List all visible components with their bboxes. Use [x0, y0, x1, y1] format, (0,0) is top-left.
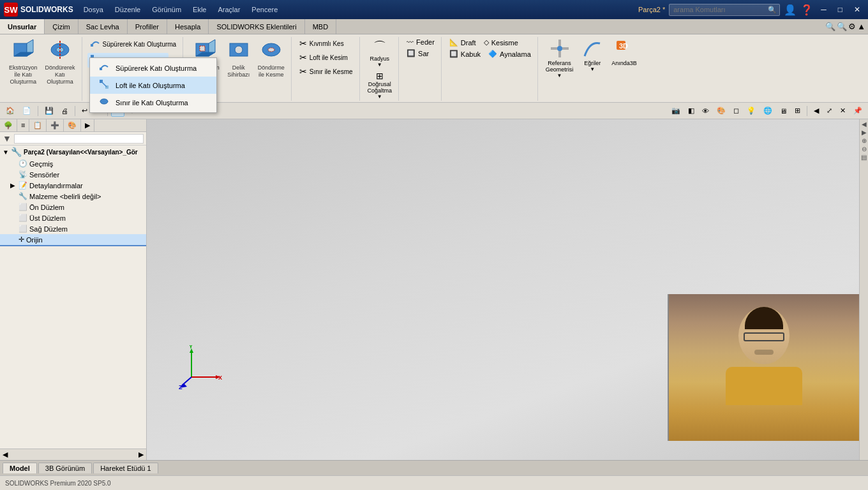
panel-tab-property[interactable]: 📋 [29, 119, 47, 131]
close-button[interactable]: ✕ [850, 4, 864, 15]
fillet-button[interactable]: ⌒ Radyus ▼ [365, 37, 395, 69]
ribbon-search-icon[interactable]: 🔍 [825, 22, 835, 31]
tree-item-front-plane[interactable]: ⬜ Ön Düzlem [0, 202, 146, 212]
tree-item-sensors[interactable]: 📡 Sensörler [0, 169, 146, 180]
bottom-tab-model[interactable]: Model [3, 463, 37, 473]
view-appear-button[interactable]: 🎨 [714, 105, 729, 116]
svg-point-20 [268, 48, 274, 52]
intersect-button[interactable]: ◇ Kesisme [481, 37, 521, 48]
ribbon-group-create-items: Ekstrüzyonİle KatıOluşturma DöndürerekKa… [6, 37, 78, 101]
instant3d-icon: 3D [614, 38, 634, 60]
help-icon[interactable]: ❓ [800, 4, 813, 16]
search-icon[interactable]: 🔍 [765, 4, 779, 15]
ribbon-settings-icon[interactable]: ⚙ [848, 22, 856, 31]
spring-button[interactable]: 〰 Feder [404, 37, 437, 47]
fillet-dropdown[interactable]: ▼ [377, 62, 382, 68]
extrusion-solid-button[interactable]: Ekstrüzyonİle KatıOluşturma [6, 37, 40, 86]
panel-tab-arrow[interactable]: ▶ [81, 119, 94, 131]
curved-cut-button[interactable]: ✂ Kıvrımlı Kes [297, 37, 347, 50]
view-section-button[interactable]: ◻ [730, 105, 742, 116]
view-hide-button[interactable]: 👁 [699, 106, 712, 116]
view-4view-button[interactable]: ⊞ [791, 105, 804, 116]
expand-panel-button[interactable]: ◀ [811, 105, 822, 116]
panel-tab-tree[interactable]: 🌳 [0, 119, 17, 131]
view-display2-button[interactable]: 🖥 [777, 106, 790, 116]
minimize-button[interactable]: ─ [817, 4, 830, 15]
ribbon-collapse-icon[interactable]: ▲ [857, 22, 865, 31]
reference-geometry-dropdown[interactable]: ▼ [557, 73, 562, 78]
save-tb-button[interactable]: 💾 [41, 105, 57, 116]
ribbon-filter-icon[interactable]: 🔍 [837, 22, 847, 31]
menu-ekle[interactable]: Ekle [188, 4, 211, 15]
tree-item-annotations[interactable]: ▶ 📝 Detaylandırmalar [0, 180, 146, 191]
shell-button[interactable]: 🔲 Kabuk [447, 48, 483, 59]
tab-unsurlar[interactable]: Unsurlar [0, 19, 45, 34]
curves-dropdown[interactable]: ▼ [590, 66, 595, 72]
tab-profiller[interactable]: Profiller [128, 19, 167, 34]
maximize-button[interactable]: □ [834, 4, 846, 15]
tree-item-gecmis[interactable]: 🕐 Geçmiş [0, 158, 146, 169]
right-panel-icon2[interactable]: ▶ [862, 129, 867, 136]
mirror-button[interactable]: 🔷 Aynalama [486, 48, 534, 59]
annotations-expand[interactable]: ▶ [10, 182, 17, 189]
panel-tab-list[interactable]: ≡ [17, 119, 29, 131]
search-input[interactable] [670, 4, 765, 15]
new-tb-button[interactable]: 📄 [19, 105, 34, 116]
view-orient-button[interactable]: 📷 [668, 105, 684, 116]
user-icon[interactable]: 👤 [784, 4, 797, 16]
curves-button[interactable]: Eğriler ▼ [578, 37, 606, 73]
tab-mbd[interactable]: MBD [305, 19, 336, 34]
sweep-solid-label: Süpürerek Katı Oluşturma [103, 41, 177, 48]
scroll-right-button[interactable]: ▶ [138, 450, 144, 459]
panel-tab-add[interactable]: ➕ [47, 119, 64, 131]
menu-pencere[interactable]: Pencere [246, 4, 283, 15]
view-options-button[interactable]: ⤢ [823, 105, 835, 116]
view-realview-button[interactable]: 💡 [744, 105, 759, 116]
menu-dosya[interactable]: Dosya [79, 4, 108, 15]
tree-root[interactable]: ▼ 🔧 Parça2 (Varsayılan<<Varsayılan>_Gör [0, 145, 146, 158]
dd-loft-solid[interactable]: Loft ile Katı Oluşturma [90, 77, 216, 94]
pattern-button[interactable]: ⊞ DoğrusalCoğaltma ▼ [365, 70, 395, 101]
view-display-button[interactable]: ◧ [685, 105, 698, 116]
boundary-cut-button[interactable]: ✂ Sınır ile Kesme [297, 65, 355, 78]
revolve-cut-button[interactable]: Döndürmeile Kesme [255, 37, 287, 80]
home-tb-button[interactable]: 🏠 [3, 105, 18, 116]
pattern-dropdown[interactable]: ▼ [377, 94, 382, 100]
right-panel-icon4[interactable]: ⊖ [862, 145, 867, 152]
tree-item-origin[interactable]: ✛ Orijin [0, 234, 146, 246]
loft-cut-button[interactable]: ✂ Loft ile Kesim [297, 51, 350, 64]
hole-wizard-button[interactable]: DelikSihirbazı [225, 37, 253, 80]
tab-solidworks-eklentileri[interactable]: SOLIDWORKS Eklentileri [209, 19, 304, 34]
print-tb-button[interactable]: 🖨 [58, 106, 71, 116]
root-collapse-icon[interactable]: ▼ [3, 149, 9, 156]
instant3d-button[interactable]: 3D Anında3B [609, 37, 640, 68]
filter-input[interactable] [14, 134, 144, 144]
bottom-tab-3d-view[interactable]: 3B Görünüm [38, 463, 92, 473]
revolve-solid-button[interactable]: DöndürerekKatıOluşturma [43, 37, 78, 86]
right-panel-icon1[interactable]: ◀ [862, 121, 867, 128]
close-viewport-button[interactable]: ✕ [837, 105, 849, 116]
sweep-solid-button[interactable]: Süpürerek Katı Oluşturma [87, 37, 179, 52]
tree-item-top-plane[interactable]: ⬜ Üst Düzlem [0, 212, 146, 223]
pin-viewport-button[interactable]: 📌 [850, 105, 865, 116]
right-panel-icon3[interactable]: ⊕ [862, 137, 867, 144]
tree-item-material[interactable]: 🔧 Malzeme <belirli değil> [0, 191, 146, 202]
dd-boundary-solid[interactable]: Sınır ile Katı Oluşturma [90, 94, 216, 111]
dd-sweep-solid[interactable]: Süpürerek Katı Oluşturma [90, 59, 216, 77]
menu-gorunum[interactable]: Görünüm [147, 4, 186, 15]
viewport[interactable]: X Y Z [147, 119, 859, 460]
panel-tab-color[interactable]: 🎨 [64, 119, 81, 131]
tab-sac-levha[interactable]: Sac Levha [79, 19, 128, 34]
tab-hesapla[interactable]: Hesapla [167, 19, 209, 34]
wrap-button[interactable]: 🔲 Sar [404, 48, 431, 59]
bottom-tab-motion[interactable]: Hareket Etüdü 1 [93, 463, 158, 473]
menu-duzenle[interactable]: Düzenle [110, 4, 146, 15]
tab-cizim[interactable]: Çizim [45, 19, 79, 34]
right-panel-icon5[interactable]: ▤ [861, 154, 867, 161]
view-scene-button[interactable]: 🌐 [760, 105, 775, 116]
draft-button[interactable]: 📐 Draft [447, 37, 479, 48]
reference-geometry-button[interactable]: ReferansGeometrisi ▼ [543, 37, 576, 80]
menu-araclar[interactable]: Araçlar [213, 4, 245, 15]
tree-item-right-plane[interactable]: ⬜ Sağ Düzlem [0, 223, 146, 234]
scroll-left-button[interactable]: ◀ [3, 450, 8, 459]
